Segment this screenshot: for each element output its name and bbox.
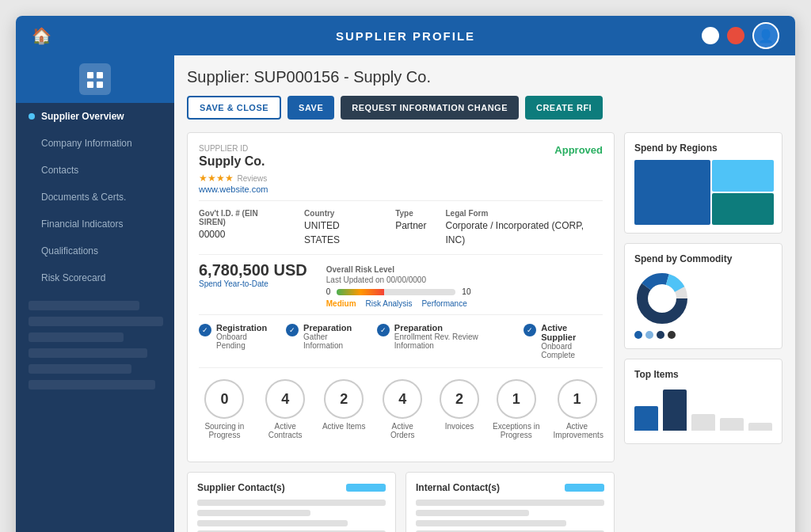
user-avatar[interactable]: 👤 [752,22,779,49]
step-check-1: ✓ [286,324,299,336]
metric-item-6: 1 Active Improvements [554,379,601,439]
risk-section: Overall Risk Level Last Updated on 00/00… [326,261,471,308]
metric-item-0: 0 Sourcing in Progress [200,379,248,439]
sidebar-item-label: Financial Indicators [41,218,123,230]
metric-item-3: 4 Active Orders [379,379,426,439]
step-text-0: Registration Onboard Pending [216,323,273,350]
metric-label-4: Invoices [445,422,474,431]
ph1 [197,500,386,506]
steps-row: ✓ Registration Onboard Pending ✓ Prepara… [199,314,603,367]
type-group: Type Partner [395,209,426,246]
step-sub-3: Onboard Complete [541,342,603,359]
save-close-button[interactable]: SAVE & CLOSE [187,96,281,120]
sidebar-item-supplier-overview[interactable]: Supplier Overview [16,103,174,130]
supplier-contacts-title: Supplier Contact(s) [197,482,285,493]
nav-icon-white[interactable] [702,27,719,44]
bar-3 [691,414,715,431]
metric-circle-3: 4 [383,379,422,419]
spend-risk-row: 6,780,500 USD Spend Year-to-Date Overall… [199,261,603,308]
ph6 [416,500,604,506]
ph3 [197,520,348,526]
sidebar-item-contacts[interactable]: Contacts [16,157,174,184]
top-items-title: Top Items [634,369,772,380]
metric-label-6: Active Improvements [554,422,601,439]
internal-contacts-add[interactable] [565,484,604,492]
regions-treemap [634,160,772,223]
legend-dot-1 [634,331,642,339]
svg-rect-2 [87,82,93,88]
metric-item-4: 2 Invoices [440,379,479,439]
sidebar-item-label: Qualifications [41,245,98,256]
main-layout: Supplier OverviewCompany InformationCont… [16,55,795,532]
top-nav: 🏠 SUPPLIER PROFILE 👤 [16,16,795,55]
supplier-name: Supply Co. [199,154,268,169]
sidebar-item-label: Risk Scorecard [41,272,105,283]
risk-labels: Medium Risk Analysis Performance [326,299,471,308]
metric-item-5: 1 Exceptions in Progress [493,379,540,439]
sidebar-item-qualifications[interactable]: Qualifications [16,238,174,264]
supplier-contacts-card: Supplier Contact(s) [187,472,396,532]
metric-circle-4: 2 [440,379,479,419]
sidebar-item-label: Documents & Certs. [41,192,126,203]
sidebar-item-documents-&-certs.[interactable]: Documents & Certs. [16,184,174,211]
spend-by-regions-title: Spend by Regions [634,142,772,154]
risk-bar-container: 0 10 [326,287,471,296]
internal-contacts-header: Internal Contact(s) [416,482,604,493]
metric-item-2: 2 Active Items [322,379,365,439]
risk-score-min: 0 [326,287,331,296]
step-item-2: ✓ Preparation Enrollment Rev. Review Inf… [377,323,511,359]
spend-section: 6,780,500 USD Spend Year-to-Date [199,261,307,288]
ph8 [416,520,566,526]
spend-by-commodity-widget: Spend by Commodity [624,243,782,349]
svg-rect-3 [97,82,103,88]
step-check-0: ✓ [199,324,211,336]
svg-rect-0 [87,72,93,78]
sidebar-item-label: Contacts [41,165,78,176]
risk-updated: Last Updated on 00/00/0000 [326,276,471,284]
gov-id-group: Gov't I.D. # (EIN SIREN) 00000 [199,209,285,246]
step-text-3: Active Supplier Onboard Complete [541,323,603,359]
legend-dot-4 [668,331,676,339]
step-text-2: Preparation Enrollment Rev. Review Infor… [394,323,511,350]
supplier-page-title: Supplier: SUP000156 - Supply Co. [187,68,782,86]
nav-icon-red[interactable] [727,27,744,44]
country-group: Country UNITED STATES [304,209,376,246]
request-change-button[interactable]: REQUEST INFORMATION CHANGE [341,96,519,120]
supplier-id-label: SUPPLIER ID [199,144,268,153]
sidebar-item-risk-scorecard[interactable]: Risk Scorecard [16,264,174,291]
browser-window: 🏠 SUPPLIER PROFILE 👤 [16,16,795,532]
type-label: Type [395,209,426,218]
supplier-contacts-add[interactable] [346,484,386,492]
create-rfi-button[interactable]: CREATE RFI [525,96,603,120]
step-title-3: Active Supplier [541,323,603,342]
sidebar-nav: Supplier OverviewCompany InformationCont… [16,103,174,291]
metric-circle-5: 1 [497,379,536,419]
legal-form-group: Legal Form Corporate / Incorporated (COR… [446,209,603,246]
bar-5 [748,423,772,431]
treemap-cell-bottom-right [712,193,774,225]
bar-4 [720,418,744,431]
right-panel: Spend by Regions Spend by Commodity [624,132,782,532]
sidebar-logo-icon [79,63,111,95]
main-column: SUPPLIER ID Supply Co. ★★★★ Reviews www.… [187,132,615,532]
metric-circle-6: 1 [558,379,597,419]
sidebar-item-company-information[interactable]: Company Information [16,130,174,157]
content-area: Supplier: SUP000156 - Supply Co. SAVE & … [174,55,795,532]
treemap-cell-top-right [712,160,774,192]
metric-label-0: Sourcing in Progress [200,422,248,439]
performance-link[interactable]: Performance [421,299,466,308]
contacts-row: Supplier Contact(s) Internal Contact [187,472,615,532]
spend-by-regions-widget: Spend by Regions [624,132,782,234]
spend-amount: 6,780,500 USD [199,261,307,279]
risk-analysis-link[interactable]: Risk Analysis [366,299,413,308]
risk-bar [337,289,455,295]
home-button[interactable]: 🏠 [32,26,51,45]
supplier-website[interactable]: www.website.com [199,184,268,194]
svg-rect-1 [97,72,103,78]
save-button[interactable]: SAVE [287,96,334,120]
spend-label: Spend Year-to-Date [199,279,307,288]
treemap-cell-main [634,160,710,225]
sidebar-item-financial-indicators[interactable]: Financial Indicators [16,211,174,238]
risk-medium-label: Medium [326,299,356,308]
legend-dot-2 [645,331,653,339]
